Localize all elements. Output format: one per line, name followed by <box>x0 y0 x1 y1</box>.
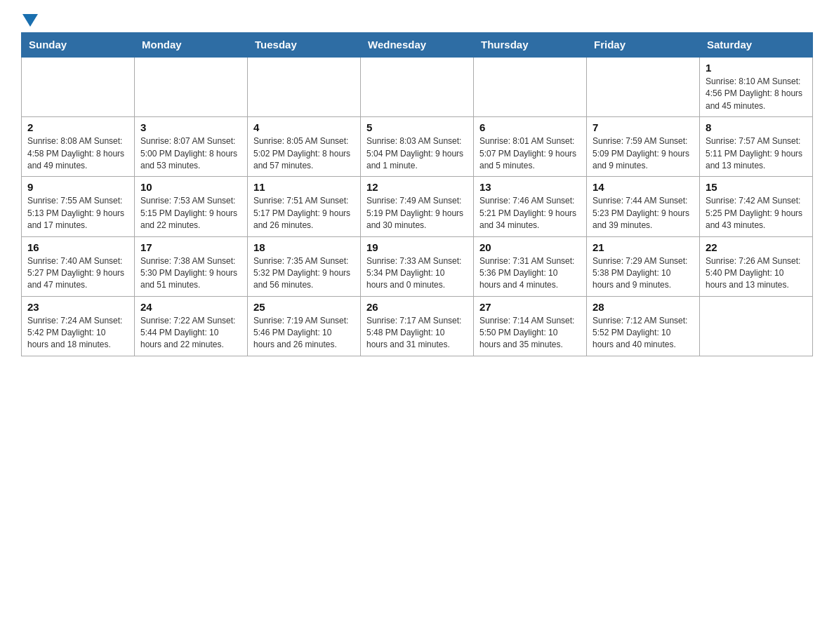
day-info: Sunrise: 7:46 AM Sunset: 5:21 PM Dayligh… <box>479 195 581 232</box>
day-info: Sunrise: 8:08 AM Sunset: 4:58 PM Dayligh… <box>27 135 128 172</box>
day-number: 14 <box>593 181 694 193</box>
day-of-week-header: Saturday <box>700 33 813 58</box>
day-number: 18 <box>253 241 355 253</box>
calendar-week-row: 2Sunrise: 8:08 AM Sunset: 4:58 PM Daylig… <box>22 117 813 177</box>
day-info: Sunrise: 7:57 AM Sunset: 5:11 PM Dayligh… <box>706 135 807 172</box>
calendar-day-cell <box>135 57 248 117</box>
day-info: Sunrise: 7:12 AM Sunset: 5:52 PM Dayligh… <box>593 315 694 351</box>
day-number: 8 <box>706 121 807 133</box>
day-number: 25 <box>253 301 355 313</box>
day-info: Sunrise: 7:17 AM Sunset: 5:48 PM Dayligh… <box>366 315 468 351</box>
day-info: Sunrise: 7:14 AM Sunset: 5:50 PM Dayligh… <box>479 315 581 351</box>
day-of-week-header: Thursday <box>474 33 587 58</box>
calendar-day-cell: 19Sunrise: 7:33 AM Sunset: 5:34 PM Dayli… <box>361 236 474 296</box>
day-number: 24 <box>140 301 241 313</box>
calendar-day-cell: 26Sunrise: 7:17 AM Sunset: 5:48 PM Dayli… <box>361 296 474 356</box>
calendar-day-cell: 21Sunrise: 7:29 AM Sunset: 5:38 PM Dayli… <box>587 236 700 296</box>
calendar-day-cell: 9Sunrise: 7:55 AM Sunset: 5:13 PM Daylig… <box>22 177 135 236</box>
calendar-day-cell: 15Sunrise: 7:42 AM Sunset: 5:25 PM Dayli… <box>700 177 813 236</box>
day-of-week-header: Friday <box>587 33 700 58</box>
calendar-day-cell: 25Sunrise: 7:19 AM Sunset: 5:46 PM Dayli… <box>248 296 361 356</box>
day-number: 3 <box>140 121 241 133</box>
calendar-day-cell: 13Sunrise: 7:46 AM Sunset: 5:21 PM Dayli… <box>474 177 587 236</box>
day-info: Sunrise: 7:26 AM Sunset: 5:40 PM Dayligh… <box>706 255 807 292</box>
day-number: 19 <box>366 241 468 253</box>
day-info: Sunrise: 8:05 AM Sunset: 5:02 PM Dayligh… <box>253 135 355 172</box>
calendar-week-row: 16Sunrise: 7:40 AM Sunset: 5:27 PM Dayli… <box>22 236 813 296</box>
day-number: 9 <box>27 181 128 193</box>
calendar-day-cell: 11Sunrise: 7:51 AM Sunset: 5:17 PM Dayli… <box>248 177 361 236</box>
calendar-day-cell: 3Sunrise: 8:07 AM Sunset: 5:00 PM Daylig… <box>135 117 248 177</box>
day-info: Sunrise: 7:38 AM Sunset: 5:30 PM Dayligh… <box>140 255 241 292</box>
day-info: Sunrise: 7:31 AM Sunset: 5:36 PM Dayligh… <box>479 255 581 292</box>
calendar-day-cell: 20Sunrise: 7:31 AM Sunset: 5:36 PM Dayli… <box>474 236 587 296</box>
day-number: 27 <box>479 301 581 313</box>
calendar-day-cell: 28Sunrise: 7:12 AM Sunset: 5:52 PM Dayli… <box>587 296 700 356</box>
calendar-table: SundayMondayTuesdayWednesdayThursdayFrid… <box>21 32 813 356</box>
calendar-day-cell <box>587 57 700 117</box>
calendar-day-cell: 18Sunrise: 7:35 AM Sunset: 5:32 PM Dayli… <box>248 236 361 296</box>
calendar-week-row: 1Sunrise: 8:10 AM Sunset: 4:56 PM Daylig… <box>22 57 813 117</box>
day-of-week-header: Tuesday <box>248 33 361 58</box>
day-of-week-header: Sunday <box>22 33 135 58</box>
day-info: Sunrise: 7:44 AM Sunset: 5:23 PM Dayligh… <box>593 195 694 232</box>
day-number: 21 <box>593 241 694 253</box>
day-number: 22 <box>706 241 807 253</box>
calendar-day-cell <box>700 296 813 356</box>
day-info: Sunrise: 7:49 AM Sunset: 5:19 PM Dayligh… <box>366 195 468 232</box>
calendar-day-cell: 8Sunrise: 7:57 AM Sunset: 5:11 PM Daylig… <box>700 117 813 177</box>
calendar-day-cell: 24Sunrise: 7:22 AM Sunset: 5:44 PM Dayli… <box>135 296 248 356</box>
day-info: Sunrise: 7:19 AM Sunset: 5:46 PM Dayligh… <box>253 315 355 351</box>
calendar-day-cell: 14Sunrise: 7:44 AM Sunset: 5:23 PM Dayli… <box>587 177 700 236</box>
day-number: 7 <box>593 121 694 133</box>
calendar-day-cell: 16Sunrise: 7:40 AM Sunset: 5:27 PM Dayli… <box>22 236 135 296</box>
calendar-day-cell <box>22 57 135 117</box>
calendar-week-row: 23Sunrise: 7:24 AM Sunset: 5:42 PM Dayli… <box>22 296 813 356</box>
calendar-day-cell: 4Sunrise: 8:05 AM Sunset: 5:02 PM Daylig… <box>248 117 361 177</box>
day-number: 13 <box>479 181 581 193</box>
day-info: Sunrise: 7:53 AM Sunset: 5:15 PM Dayligh… <box>140 195 241 232</box>
calendar-day-cell: 10Sunrise: 7:53 AM Sunset: 5:15 PM Dayli… <box>135 177 248 236</box>
calendar-day-cell: 2Sunrise: 8:08 AM Sunset: 4:58 PM Daylig… <box>22 117 135 177</box>
day-number: 5 <box>366 121 468 133</box>
day-number: 28 <box>593 301 694 313</box>
day-number: 2 <box>27 121 128 133</box>
day-number: 4 <box>253 121 355 133</box>
svg-marker-0 <box>22 14 38 27</box>
day-info: Sunrise: 7:33 AM Sunset: 5:34 PM Dayligh… <box>366 255 468 292</box>
day-info: Sunrise: 7:42 AM Sunset: 5:25 PM Dayligh… <box>706 195 807 232</box>
day-info: Sunrise: 8:07 AM Sunset: 5:00 PM Dayligh… <box>140 135 241 172</box>
day-of-week-header: Wednesday <box>361 33 474 58</box>
day-number: 10 <box>140 181 241 193</box>
calendar-week-row: 9Sunrise: 7:55 AM Sunset: 5:13 PM Daylig… <box>22 177 813 236</box>
day-info: Sunrise: 7:35 AM Sunset: 5:32 PM Dayligh… <box>253 255 355 292</box>
calendar-day-cell: 7Sunrise: 7:59 AM Sunset: 5:09 PM Daylig… <box>587 117 700 177</box>
calendar-day-cell <box>474 57 587 117</box>
logo <box>21 14 38 25</box>
calendar-day-cell: 22Sunrise: 7:26 AM Sunset: 5:40 PM Dayli… <box>700 236 813 296</box>
calendar-day-cell: 12Sunrise: 7:49 AM Sunset: 5:19 PM Dayli… <box>361 177 474 236</box>
calendar-day-cell: 27Sunrise: 7:14 AM Sunset: 5:50 PM Dayli… <box>474 296 587 356</box>
calendar-day-cell <box>248 57 361 117</box>
calendar-day-cell: 6Sunrise: 8:01 AM Sunset: 5:07 PM Daylig… <box>474 117 587 177</box>
day-of-week-header: Monday <box>135 33 248 58</box>
day-info: Sunrise: 7:29 AM Sunset: 5:38 PM Dayligh… <box>593 255 694 292</box>
calendar-header-row: SundayMondayTuesdayWednesdayThursdayFrid… <box>22 33 813 58</box>
page-header <box>21 14 813 25</box>
day-number: 16 <box>27 241 128 253</box>
day-number: 20 <box>479 241 581 253</box>
calendar-day-cell <box>361 57 474 117</box>
day-info: Sunrise: 7:24 AM Sunset: 5:42 PM Dayligh… <box>27 315 128 351</box>
day-info: Sunrise: 8:01 AM Sunset: 5:07 PM Dayligh… <box>479 135 581 172</box>
day-info: Sunrise: 7:22 AM Sunset: 5:44 PM Dayligh… <box>140 315 241 351</box>
day-number: 15 <box>706 181 807 193</box>
day-number: 23 <box>27 301 128 313</box>
day-number: 11 <box>253 181 355 193</box>
day-info: Sunrise: 7:55 AM Sunset: 5:13 PM Dayligh… <box>27 195 128 232</box>
day-number: 1 <box>706 62 807 74</box>
day-info: Sunrise: 7:59 AM Sunset: 5:09 PM Dayligh… <box>593 135 694 172</box>
day-number: 26 <box>366 301 468 313</box>
day-info: Sunrise: 8:03 AM Sunset: 5:04 PM Dayligh… <box>366 135 468 172</box>
day-info: Sunrise: 7:40 AM Sunset: 5:27 PM Dayligh… <box>27 255 128 292</box>
day-number: 6 <box>479 121 581 133</box>
